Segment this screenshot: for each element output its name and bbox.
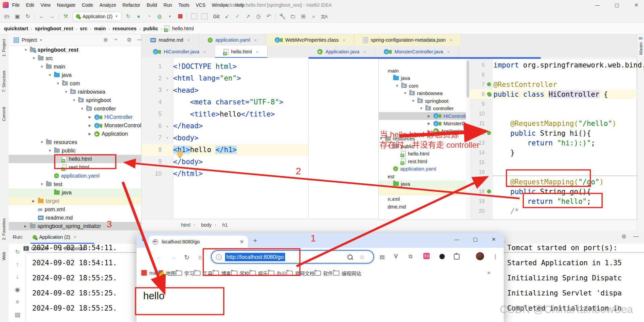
bookmark-item[interactable]: 学习 [176,270,194,277]
stripe-maven-tab[interactable]: Maven [639,42,643,55]
close-icon[interactable]: × [343,38,345,43]
reading-list-icon[interactable]: ▤ [380,254,385,260]
breadcrumb-segment[interactable]: src› [80,26,94,31]
minimize-button[interactable]: — [592,1,603,9]
expand-arrow-icon[interactable]: ▶ [89,124,94,127]
code-line[interactable]: 9 </body> [142,156,308,168]
close-button[interactable]: ✕ [631,1,642,9]
stop-icon[interactable] [176,13,184,20]
back-icon[interactable]: ← [38,13,45,20]
expand-arrow-icon[interactable]: ▼ [80,107,86,110]
close-button[interactable]: ✕ [489,236,499,242]
run-configuration-select[interactable]: Application (2) ▼ [72,12,121,21]
fold-marker-icon[interactable]: ▾ [162,76,173,81]
code-line[interactable]: 8 <h1>hello </h1> [142,144,308,156]
chevron-down-icon[interactable]: ▼ [39,38,43,42]
bookmark-item[interactable]: 博客 [213,270,231,277]
build-hammer-icon[interactable]: ⚒ [62,13,69,20]
expand-arrow-icon[interactable]: ▶ [32,199,38,203]
profile-avatar[interactable] [476,252,484,260]
bookmark-item[interactable]: 官网文档 [286,270,315,277]
bookmark-star-icon[interactable]: ☆ [360,254,365,261]
fold-marker-icon[interactable]: ▾ [162,88,173,92]
editor-tab[interactable]: WebMvcProperties.class × [266,34,355,46]
expand-arrow-icon[interactable]: ▼ [32,56,38,60]
menu-item[interactable]: Refactor [122,2,140,8]
gear-icon[interactable]: ⚙ [622,233,626,240]
tree-row[interactable]: java [9,188,141,197]
close-icon[interactable]: × [256,49,259,54]
tree-row[interactable]: ▼ springboot_rest [9,46,141,54]
tab-search-chevron-icon[interactable]: ∨ [141,237,145,242]
maximize-button[interactable]: ▢ [470,236,480,242]
stripe-structure-tab[interactable]: 7: Structure [2,71,6,92]
open-icon[interactable]: 🗁 [3,13,11,20]
dark-circle-extension-icon[interactable] [439,254,445,259]
save-icon[interactable]: ▣ [14,13,21,20]
tree-row[interactable]: ▶ HiController [9,113,141,121]
editor-hello-html[interactable]: 1 <!DOCTYPE html> 2 ▾ <html lang="en"> 3… [142,58,308,219]
editor-tab[interactable]: spring-configuration-metadata.json × [354,34,461,46]
expand-arrow-icon[interactable]: ▼ [72,98,78,102]
close-icon[interactable]: × [187,38,190,43]
editor-tab[interactable]: hello.html × [215,46,268,58]
tree-row[interactable]: application.yaml [9,172,141,180]
expand-arrow-icon[interactable]: ▼ [40,140,46,144]
scroll-up-icon[interactable]: ↑ [16,261,19,268]
bookmarks-overflow-icon[interactable]: » [487,270,490,276]
kebab-menu-icon[interactable]: ⋮ [493,254,498,260]
tree-row[interactable]: ▶ target [9,197,141,205]
tree-row[interactable]: pom.xml [9,205,141,214]
tree-row[interactable]: ▼ src [9,54,141,62]
tree-row[interactable]: rest.html [9,163,141,172]
close-icon[interactable]: × [73,234,76,240]
tree-row[interactable]: ▶ springboot_spring_initializr [9,222,141,230]
menu-item[interactable]: Navigate [57,2,75,8]
extensions-puzzle-icon[interactable] [454,254,460,260]
expand-arrow-icon[interactable]: ▼ [56,82,62,85]
close-icon[interactable]: × [364,49,366,54]
tree-row[interactable]: readme.md [9,214,141,222]
fold-marker-icon[interactable]: ▾ [162,136,173,140]
bookmark-item[interactable]: mail [141,270,158,276]
close-icon[interactable]: ✕ [240,239,244,244]
bookmark-item[interactable]: 娱乐 [250,270,268,277]
zoom-icon[interactable] [347,255,353,260]
code-line[interactable]: 10 </html> [142,168,308,180]
editor-tab[interactable]: Application.java × [309,46,375,58]
stripe-favorites-tab[interactable]: 2: Favorites [2,218,6,240]
close-icon[interactable]: × [447,49,450,54]
code-line[interactable]: 5 <title>hello</title> [142,108,308,120]
menu-item[interactable]: Analyze [100,2,116,8]
breadcrumb-html[interactable]: html [181,222,190,228]
menu-item[interactable]: Build [147,2,157,8]
breadcrumb-segment[interactable]: springboot_rest› [35,26,80,31]
coverage-icon[interactable]: ◍ [156,13,163,20]
tree-row[interactable]: ▼ controller [9,104,141,113]
soft-wrap-icon[interactable]: ◉ [15,286,20,293]
menu-item[interactable]: Edit [26,2,34,8]
breadcrumb-body[interactable]: body [201,222,211,228]
close-icon[interactable]: × [254,38,257,43]
layout-icon[interactable]: ⊞ [300,13,307,20]
debug-icon[interactable]: ● [135,13,142,20]
settings-lines-icon[interactable]: ≡ [16,299,19,306]
minimize-button[interactable]: — [452,236,462,242]
code-line[interactable]: 6 ▴ </head> [142,120,308,132]
editor-tab[interactable]: MonsterController.java × [375,46,459,58]
tree-row[interactable]: ▼ main [9,62,141,71]
code-line[interactable]: 1 <!DOCTYPE html> [142,60,308,73]
back-icon[interactable]: ← [156,254,162,261]
bookmark-item[interactable]: 学校 [231,270,250,277]
address-bar[interactable]: i http://localhost:8080/go ☆ [211,250,374,264]
fold-marker-icon[interactable]: ▴ [162,124,173,128]
menu-item[interactable]: Tools [178,2,190,8]
reload-icon[interactable]: ↻ [184,254,190,261]
stripe-commit-tab[interactable]: Commit [2,107,6,121]
breadcrumb-segment[interactable]: resources› [112,26,143,31]
home-icon[interactable]: ⌂ [198,254,202,261]
expand-arrow-icon[interactable]: ▼ [64,90,70,94]
bookmark-item[interactable]: 地图 [158,270,176,277]
breadcrumb-segment[interactable]: main› [94,26,112,31]
scroll-down-icon[interactable]: ↓ [16,274,19,280]
